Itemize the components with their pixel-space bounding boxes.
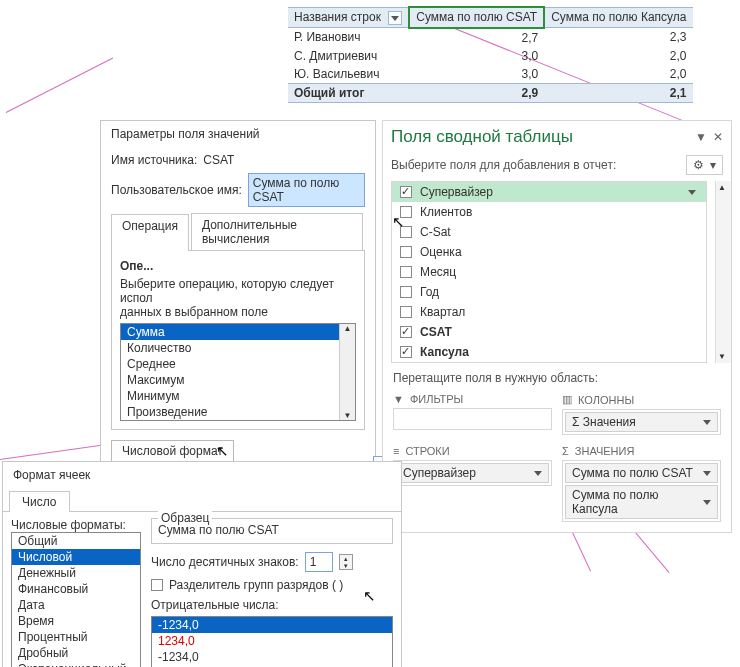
list-item[interactable]: Экспоненциальный [12,661,140,667]
decimal-spinner[interactable]: ▲▼ [339,554,353,570]
sample-label: Образец [158,511,212,525]
gear-icon: ⚙ [693,158,704,172]
tab-operation[interactable]: Операция [111,214,189,251]
scrollbar[interactable]: ▲▼ [339,324,355,420]
list-item[interactable]: 1234,0 [152,633,392,649]
field-checkbox[interactable] [400,266,412,278]
negative-numbers-listbox[interactable]: -1234,0 1234,0 -1234,0 -1234,0 [151,616,393,667]
pill-csat[interactable]: Сумма по полю CSAT [565,463,718,483]
pivot-total-row: Общий итог2,92,1 [288,83,693,102]
field-checkbox[interactable] [400,346,412,358]
list-item[interactable]: Дробный [12,645,140,661]
drop-instruction: Перетащите поля в нужную область: [383,363,731,389]
rowlabels-dropdown-icon[interactable] [388,11,402,25]
category-label: Числовые форматы: [11,518,141,532]
sigma-icon: Σ [562,445,569,457]
pill-capsule[interactable]: Сумма по полю Капсула [565,485,718,519]
list-item[interactable]: Числовой [12,549,140,565]
chevron-down-icon[interactable] [703,420,711,425]
decimal-places-input[interactable]: 1 [305,552,333,572]
pane-title: Поля сводной таблицы [391,127,573,147]
field-row-csat[interactable]: CSAT [392,322,706,342]
area-rows: ≡СТРОКИ Супервайзер [393,445,552,522]
field-checkbox[interactable] [400,286,412,298]
value-field-settings-dialog: Параметры поля значений Имя источника: C… [100,120,376,473]
list-item[interactable]: Количество [121,340,355,356]
filters-dropzone[interactable] [393,408,552,430]
format-cells-dialog: Формат ячеек Число Числовые форматы: Общ… [2,461,402,667]
list-item[interactable]: Денежный [12,565,140,581]
negative-numbers-label: Отрицательные числа: [151,598,393,612]
list-item[interactable]: Время [12,613,140,629]
chevron-down-icon[interactable] [534,471,542,476]
tab-number[interactable]: Число [9,491,70,512]
operation-group-label: Опе... [120,259,356,273]
tab-additional-calc[interactable]: Дополнительные вычисления [191,213,363,250]
list-item[interactable]: Максимум [121,372,355,388]
pill-supervisor[interactable]: Супервайзер [396,463,549,483]
field-row[interactable]: Клиентов [392,202,706,222]
pivot-header-rows[interactable]: Названия строк [288,7,409,28]
values-dropzone[interactable]: Сумма по полю CSAT Сумма по полю Капсула [562,460,721,522]
pivot-header-capsule[interactable]: Сумма по полю Капсула [544,7,692,28]
dialog-title: Параметры поля значений [101,121,375,147]
table-row: С. Дмитриевич3,02,0 [288,47,693,65]
field-checkbox[interactable] [400,326,412,338]
pane-subtitle: Выберите поля для добавления в отчет: [391,158,616,172]
field-checkbox[interactable] [400,226,412,238]
custom-name-input[interactable]: Сумма по полю CSAT [248,173,365,207]
pivot-header-csat[interactable]: Сумма по полю CSAT [409,7,544,28]
list-item[interactable]: Минимум [121,388,355,404]
pane-tools-button[interactable]: ⚙ ▾ [686,155,723,175]
list-item[interactable]: Среднее [121,356,355,372]
decimal-places-label: Число десятичных знаков: [151,555,299,569]
source-name-value: CSAT [203,153,234,167]
field-checkbox[interactable] [400,186,412,198]
list-item[interactable]: Произведение [121,404,355,420]
field-row[interactable]: Месяц [392,262,706,282]
list-item[interactable]: Дата [12,597,140,613]
pill-sigma-values[interactable]: Σ Значения [565,412,718,432]
close-icon[interactable]: ✕ [713,130,723,144]
area-filters: ▼ФИЛЬТРЫ [393,393,552,435]
list-item[interactable]: Сумма [121,324,355,340]
field-checkbox[interactable] [400,206,412,218]
category-listbox[interactable]: Общий Числовой Денежный Финансовый Дата … [11,532,141,667]
list-item[interactable]: Финансовый [12,581,140,597]
pivot-table: Названия строк Сумма по полю CSAT Сумма … [288,6,693,103]
rows-icon: ≡ [393,445,399,457]
list-item[interactable]: Общий [12,533,140,549]
operation-listbox[interactable]: Сумма Количество Среднее Максимум Миниму… [120,323,356,421]
rows-dropzone[interactable]: Супервайзер [393,460,552,486]
dropdown-icon[interactable]: ▼ [695,130,707,144]
dialog-title: Формат ячеек [3,462,401,488]
list-item[interactable]: Процентный [12,629,140,645]
field-checkbox[interactable] [400,306,412,318]
filter-icon: ▼ [393,393,404,405]
scrollbar[interactable]: ▲▼ [715,181,731,363]
source-name-label: Имя источника: [111,153,197,167]
field-row[interactable]: Год [392,282,706,302]
field-list: Супервайзер Клиентов C-Sat Оценка Месяц … [391,181,707,363]
chevron-down-icon[interactable] [703,471,711,476]
area-columns: ▥КОЛОННЫ Σ Значения [562,393,721,435]
field-row[interactable]: Квартал [392,302,706,322]
chevron-down-icon[interactable] [703,500,711,505]
thousands-separator-label: Разделитель групп разрядов ( ) [169,578,343,592]
list-item[interactable]: -1234,0 [152,617,392,633]
area-values: ΣЗНАЧЕНИЯ Сумма по полю CSAT Сумма по по… [562,445,721,522]
field-checkbox[interactable] [400,246,412,258]
number-format-button[interactable]: Числовой формат [111,440,234,462]
operation-hint: Выберите операцию, которую следует испол… [120,277,356,319]
sample-box: Образец Сумма по полю CSAT [151,518,393,544]
table-row: Ю. Васильевич3,02,0 [288,65,693,84]
field-row[interactable]: Оценка [392,242,706,262]
chevron-down-icon[interactable] [688,190,696,195]
table-row: Р. Иванович2,72,3 [288,28,693,47]
field-row-supervisor[interactable]: Супервайзер [392,182,706,202]
thousands-separator-checkbox[interactable] [151,579,163,591]
field-row-capsule[interactable]: Капсула [392,342,706,362]
list-item[interactable]: -1234,0 [152,649,392,665]
field-row[interactable]: C-Sat [392,222,706,242]
columns-dropzone[interactable]: Σ Значения [562,409,721,435]
